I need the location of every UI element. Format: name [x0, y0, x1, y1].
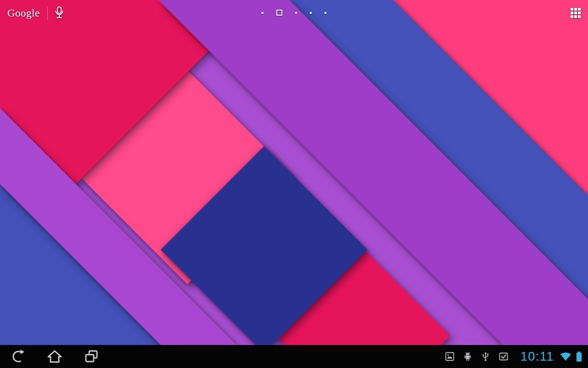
- screenshot-icon: [445, 351, 455, 362]
- apps-grid-cell: [571, 12, 573, 14]
- google-logo[interactable]: Google: [7, 5, 47, 22]
- page-dot-5: [325, 12, 327, 14]
- android-home-screen: Google: [0, 0, 588, 368]
- page-dot-2-current: [277, 10, 283, 16]
- home-button[interactable]: [42, 345, 67, 368]
- page-dot-3: [295, 12, 297, 14]
- apps-grid-cell: [571, 15, 573, 18]
- back-icon: [10, 349, 26, 364]
- apps-grid-cell: [578, 8, 581, 11]
- search-divider: [47, 7, 48, 20]
- apps-grid-cell: [574, 12, 577, 14]
- microphone-icon[interactable]: [54, 6, 64, 21]
- usb-icon: [481, 351, 491, 362]
- wallpaper[interactable]: [0, 0, 588, 368]
- home-icon: [47, 349, 62, 364]
- page-indicator: [262, 10, 327, 16]
- apps-grid-cell: [574, 15, 577, 18]
- google-search-widget[interactable]: Google: [7, 5, 64, 22]
- battery-icon: [576, 351, 582, 362]
- page-dot-1: [262, 12, 264, 14]
- storage-check-icon: [498, 351, 509, 362]
- navigation-bar: 10:11: [0, 345, 588, 368]
- recents-button[interactable]: [79, 345, 104, 368]
- wifi-icon: [560, 351, 572, 362]
- usb-debugging-icon: [463, 351, 473, 362]
- recents-icon: [84, 349, 99, 364]
- apps-grid-cell: [574, 8, 577, 11]
- all-apps-button[interactable]: [571, 8, 581, 18]
- clock: 10:11: [520, 350, 554, 364]
- apps-grid-cell: [578, 15, 581, 18]
- back-button[interactable]: [6, 345, 30, 368]
- apps-grid-cell: [571, 8, 573, 11]
- navigation-buttons: [0, 345, 116, 368]
- status-cluster[interactable]: 10:11: [437, 350, 588, 364]
- apps-grid-cell: [578, 12, 581, 14]
- page-dot-4: [310, 12, 312, 14]
